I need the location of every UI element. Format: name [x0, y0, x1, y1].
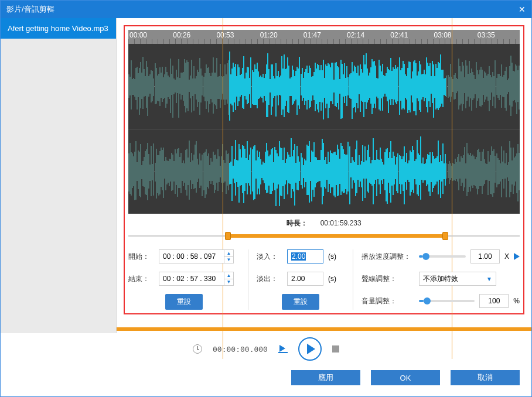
play-preview-icon[interactable]: [514, 253, 520, 260]
volume-input[interactable]: 100: [479, 294, 509, 308]
start-time-input[interactable]: 00 : 00 : 58 . 097 ▲▼: [159, 249, 234, 263]
play-icon: [307, 344, 315, 354]
chevron-down-icon: ▼: [486, 276, 492, 282]
fadein-label: 淡入：: [257, 252, 282, 262]
reset-range-button[interactable]: 重設: [165, 294, 203, 310]
fade-unit: (s): [328, 275, 336, 283]
duration-value: 00:01:59.233: [320, 219, 362, 227]
stop-button[interactable]: [332, 345, 339, 352]
trim-handle-start[interactable]: [225, 232, 231, 240]
spin-down-icon[interactable]: ▼: [224, 257, 233, 263]
window-title: 影片/音訊剪輯: [6, 4, 519, 15]
speed-input[interactable]: 1.00: [470, 249, 500, 263]
fadeout-label: 淡出：: [257, 274, 282, 284]
clock-icon: [193, 344, 202, 354]
volume-slider[interactable]: [419, 300, 475, 302]
trim-slider[interactable]: [128, 231, 520, 241]
spin-down-icon[interactable]: ▼: [224, 279, 233, 286]
curve-label: 聲線調整：: [362, 274, 414, 284]
highlight-box: 00:0000:2600:5301:2001:4702:1402:4103:08…: [124, 25, 524, 314]
volume-unit: %: [513, 297, 520, 305]
file-list: Afert getting home Video.mp3: [1, 18, 117, 333]
playback-time: 00:00:00.000: [213, 345, 268, 354]
fade-unit: (s): [328, 252, 336, 261]
end-time-input[interactable]: 00 : 02 : 57 . 330 ▲▼: [159, 272, 234, 286]
volume-label: 音量調整：: [362, 296, 414, 306]
apply-button[interactable]: 應用: [291, 370, 360, 385]
close-icon[interactable]: ✕: [519, 5, 526, 14]
sidebar-item-file[interactable]: Afert getting home Video.mp3: [1, 18, 116, 39]
reset-fade-button[interactable]: 重設: [282, 294, 319, 310]
spin-up-icon[interactable]: ▲: [224, 272, 233, 279]
fadein-input[interactable]: 2.00: [287, 249, 323, 263]
time-ruler[interactable]: 00:0000:2600:5301:2001:4702:1402:4103:08…: [128, 30, 520, 44]
mark-in-icon[interactable]: [278, 345, 288, 353]
trim-handle-end[interactable]: [442, 232, 448, 240]
play-button[interactable]: [298, 337, 322, 361]
speed-label: 播放速度調整：: [362, 252, 414, 262]
waveform[interactable]: [128, 44, 520, 214]
spin-up-icon[interactable]: ▲: [224, 250, 233, 257]
cancel-button[interactable]: 取消: [451, 370, 520, 385]
curve-select[interactable]: 不添加特效 ▼: [419, 272, 496, 286]
start-label: 開始：: [128, 252, 154, 262]
end-label: 結束：: [128, 274, 154, 284]
speed-unit: X: [504, 252, 509, 261]
ok-button[interactable]: OK: [371, 370, 440, 385]
fadeout-input[interactable]: 2.00: [287, 272, 323, 286]
duration-label: 時長：: [287, 219, 308, 227]
speed-slider[interactable]: [419, 255, 466, 258]
